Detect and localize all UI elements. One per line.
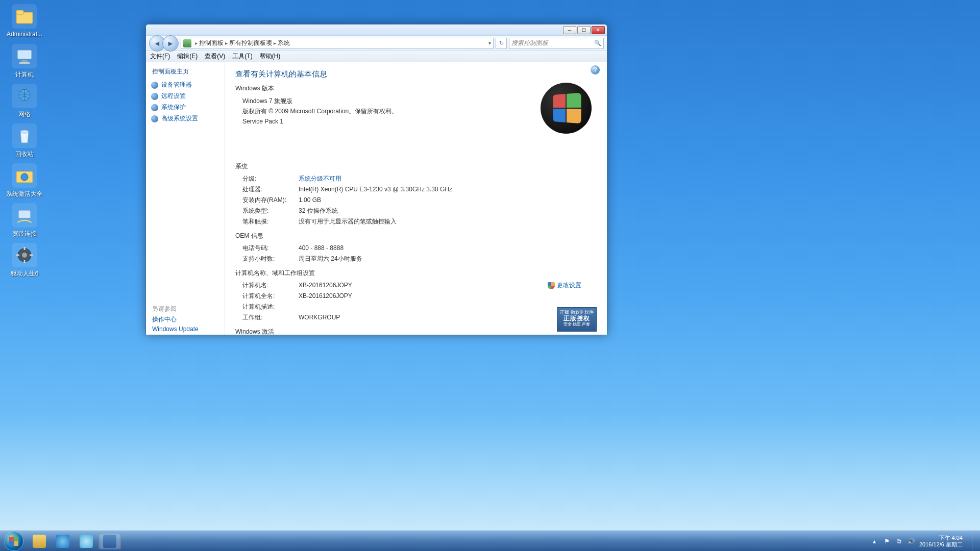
close-button[interactable]: ✕ [592,26,605,34]
menubar: 文件(F) 编辑(E) 查看(V) 工具(T) 帮助(H) [146,51,607,62]
desktop-icon-network[interactable]: 网络 [5,84,44,119]
desktop-icon-recycle-bin[interactable]: 回收站 [5,123,44,159]
hours-label: 支持小时数: [242,254,299,264]
breadcrumb-bar[interactable]: ▸ 控制面板 ▸ 所有控制面板项 ▸ 系统 ▾ [181,38,494,49]
shield-icon [548,282,555,289]
pen-label: 笔和触摸: [242,217,299,227]
cfull-label: 计算机全名: [242,291,299,301]
chevron-right-icon: ▸ [195,40,198,46]
svg-point-6 [20,130,29,133]
svg-rect-9 [18,210,31,218]
change-settings-link[interactable]: 更改设置 [548,281,581,290]
phone-label: 电话号码: [242,243,299,253]
taskbar-explorer[interactable] [28,533,51,549]
tray-network-icon[interactable]: ⧉ [895,537,903,545]
svg-rect-4 [19,62,30,64]
icon-label: Administrat... [5,31,44,38]
menu-edit[interactable]: 编辑(E) [177,52,198,61]
icon-label: 宽带连接 [5,230,44,238]
sidebar-advanced-settings[interactable]: 高级系统设置 [150,114,220,123]
chevron-right-icon: ▸ [274,40,276,46]
rating-link[interactable]: 系统分级不可用 [299,174,597,184]
sidebar-remote-settings[interactable]: 远程设置 [150,91,220,101]
folder-ie-icon [12,163,37,188]
section-activation: Windows 激活 [235,328,597,335]
type-value: 32 位操作系统 [299,206,597,216]
breadcrumb-item[interactable]: 系统 [278,39,290,47]
cdesc-label: 计算机描述: [242,302,299,312]
nav-forward-button[interactable]: ► [162,35,179,52]
taskbar-control-panel[interactable] [99,533,121,549]
search-input[interactable]: 搜索控制面板 [509,38,604,49]
app-icon [80,535,93,548]
computer-icon [12,44,37,68]
svg-point-12 [22,253,27,258]
cpu-value: Intel(R) Xeon(R) CPU E3-1230 v3 @ 3.30GH… [299,185,597,194]
desktop-icon-driver[interactable]: 驱动人生6 [5,243,44,278]
folder-icon [33,535,46,548]
taskbar-app[interactable] [75,533,97,549]
menu-view[interactable]: 查看(V) [205,52,225,61]
ram-label: 安装内存(RAM): [242,195,299,205]
sidebar-link-label: 设备管理器 [161,81,192,89]
sidebar-system-protection[interactable]: 系统保护 [150,103,220,112]
genuine-badge[interactable]: 正版 微软® 软件 正版授权 安全 稳定 声誉 [557,307,597,332]
menu-tools[interactable]: 工具(T) [232,52,252,61]
bullet-icon [151,115,158,122]
see-also-windows-update[interactable]: Windows Update [152,325,218,333]
icon-label: 回收站 [5,150,44,159]
desktop-icon-activation[interactable]: 系统激活大全 [5,163,44,198]
start-button[interactable] [4,532,23,551]
sidebar-home-link[interactable]: 控制面板主页 [152,67,218,76]
minimize-button[interactable]: ─ [563,26,576,34]
tray-clock[interactable]: 下午 4:04 2016/12/6 星期二 [919,535,963,548]
system-tray: ▴ ⚑ ⧉ 🔊 下午 4:04 2016/12/6 星期二 [870,531,976,552]
desktop-icon-computer[interactable]: 计算机 [5,44,44,79]
icon-label: 驱动人生6 [5,269,44,278]
menu-help[interactable]: 帮助(H) [260,52,281,61]
folder-user-icon [12,4,37,29]
control-panel-icon [183,39,191,47]
wg-value: WORKGROUP [299,313,597,322]
chevron-right-icon: ▸ [225,40,228,46]
tray-chevron-icon[interactable]: ▴ [870,537,878,545]
menu-file[interactable]: 文件(F) [150,52,170,61]
section-computer-name: 计算机名称、域和工作组设置 [235,269,597,278]
icon-label: 计算机 [5,70,44,79]
rating-label: 分级: [242,174,299,184]
see-also-action-center[interactable]: 操作中心 [152,315,218,324]
breadcrumb-item[interactable]: 所有控制面板项 [229,39,272,47]
tray-volume-icon[interactable]: 🔊 [907,537,915,545]
sidebar-device-manager[interactable]: 设备管理器 [150,80,220,90]
control-panel-icon [103,535,116,548]
bullet-icon [151,82,158,89]
tray-time: 下午 4:04 [919,535,963,541]
pen-value: 没有可用于此显示器的笔或触控输入 [299,217,597,227]
sidebar-link-label: 远程设置 [161,92,186,101]
breadcrumb-item[interactable]: 控制面板 [199,39,224,47]
taskbar-ie[interactable] [52,533,74,549]
broadband-icon [12,203,37,228]
sidebar-link-label: 系统保护 [161,103,186,112]
cname-label: 计算机名: [242,281,299,290]
breadcrumb-dropdown[interactable]: ▾ [488,40,491,46]
section-system: 系统 [235,162,597,171]
icon-label: 系统激活大全 [5,190,44,198]
tray-flag-icon[interactable]: ⚑ [883,537,891,545]
type-label: 系统类型: [242,206,299,216]
show-desktop-button[interactable] [972,531,976,552]
help-icon[interactable]: ? [591,65,600,74]
cfull-value: XB-20161206JOPY [299,291,597,301]
sidebar: 控制面板主页 设备管理器 远程设置 系统保护 高级系统设置 另请参阅 操作中心 … [146,62,225,335]
svg-rect-3 [21,60,28,62]
maximize-button[interactable]: ☐ [577,26,591,34]
see-also-performance[interactable]: 性能信息和工具 [152,334,218,335]
titlebar: ─ ☐ ✕ [146,24,607,36]
desktop-icon-administrator[interactable]: Administrat... [5,4,44,38]
desktop-icon-broadband[interactable]: 宽带连接 [5,203,44,238]
page-title: 查看有关计算机的基本信息 [235,69,597,79]
refresh-button[interactable]: ↻ [496,38,507,49]
section-windows-edition: Windows 版本 [235,84,597,93]
bullet-icon [151,104,158,111]
see-also-heading: 另请参阅 [152,305,218,313]
